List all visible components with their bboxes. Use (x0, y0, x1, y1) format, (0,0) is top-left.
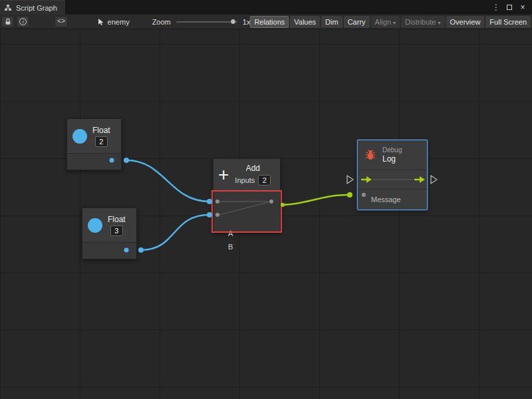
wire-start-add-out[interactable] (281, 203, 285, 207)
add-input-b-label: B (228, 243, 233, 251)
carry-button[interactable]: Carry (344, 16, 370, 28)
graph-toolbar: i <> enemy Zoom 1x Relations Values Dim … (0, 15, 532, 29)
add-header: + Add Inputs 2 (213, 159, 280, 191)
wire-end-float1[interactable] (124, 158, 129, 163)
wire-end-debug-message[interactable] (347, 192, 352, 198)
debug-header: Debug Log (358, 140, 427, 170)
float2-body: Float 3 (82, 208, 136, 242)
wire-end-add-b[interactable] (207, 212, 212, 217)
overview-button[interactable]: Overview (446, 16, 485, 28)
bug-icon (364, 149, 376, 161)
graph-canvas[interactable]: Float 2 Float 3 + Add Inputs 2 (0, 29, 532, 399)
graph-target[interactable]: enemy (97, 18, 130, 26)
float1-title: Float (92, 126, 110, 135)
add-title: Add (246, 164, 260, 173)
add-node[interactable]: + Add Inputs 2 A B (213, 158, 281, 233)
lock-icon (4, 18, 12, 26)
zoom-slider-thumb[interactable] (230, 19, 236, 25)
title-bar: Script Graph ⋮ × (0, 0, 532, 15)
debug-message-row: Message (358, 189, 427, 209)
fullscreen-button[interactable]: Full Screen (485, 16, 531, 28)
wire-float2-to-add-b[interactable] (141, 215, 209, 250)
float2-value-field[interactable]: 3 (110, 225, 123, 236)
lock-button[interactable] (1, 16, 14, 27)
float2-title: Float (108, 215, 126, 224)
debug-category: Debug (382, 146, 402, 154)
dim-button[interactable]: Dim (321, 16, 342, 28)
float2-value-port-icon[interactable] (88, 218, 102, 233)
align-label: Align (375, 18, 391, 26)
distribute-label: Distribute (405, 18, 436, 26)
distribute-button[interactable]: Distribute▾ (401, 16, 444, 28)
relations-button[interactable]: Relations (250, 16, 289, 28)
debug-title: Log (382, 154, 402, 164)
align-button[interactable]: Align▾ (371, 16, 400, 28)
tab-script-graph[interactable]: Script Graph (0, 0, 65, 15)
close-icon[interactable]: × (517, 3, 528, 12)
debug-flow-row (358, 170, 427, 189)
float1-output-row (67, 153, 121, 170)
target-name: enemy (108, 18, 130, 26)
values-button[interactable]: Values (290, 16, 320, 28)
flow-port-left-triangle-icon[interactable] (347, 176, 353, 184)
graph-icon (4, 4, 12, 12)
zoom-label: Zoom (152, 18, 171, 26)
maximize-icon[interactable] (504, 3, 515, 12)
menu-icon[interactable]: ⋮ (491, 3, 501, 12)
zoom-control: Zoom 1x (152, 18, 251, 26)
float-node-1[interactable]: Float 2 (66, 118, 122, 170)
code-icon: <> (57, 18, 65, 25)
zoom-slider[interactable] (176, 21, 237, 23)
float1-value-field[interactable]: 2 (95, 136, 108, 147)
debug-message-label: Message (371, 196, 401, 203)
window-controls: ⋮ × (491, 0, 532, 15)
wire-end-float2[interactable] (138, 247, 144, 253)
add-input-a-label: A (228, 229, 233, 237)
add-port-section: A B (213, 191, 280, 232)
add-inputs-label: Inputs (235, 176, 255, 184)
info-icon: i (19, 18, 27, 25)
float2-output-row (82, 242, 136, 259)
toolbar-buttons: Relations Values Dim Carry Align▾ Distri… (250, 16, 532, 28)
chevron-down-icon: ▾ (393, 20, 396, 26)
info-button[interactable]: i (17, 16, 29, 27)
zoom-value: 1x (243, 18, 251, 26)
wire-add-to-debug-message[interactable] (283, 195, 348, 205)
chevron-down-icon: ▾ (438, 20, 441, 26)
plus-icon: + (218, 166, 229, 184)
float1-value-port-icon[interactable] (72, 129, 87, 144)
float-node-2[interactable]: Float 3 (82, 207, 137, 259)
float1-body: Float 2 (67, 119, 121, 153)
cursor-icon (97, 18, 104, 26)
tab-title: Script Graph (16, 4, 57, 12)
add-inputs-count-field[interactable]: 2 (258, 175, 271, 186)
wire-float1-to-add-a[interactable] (126, 160, 209, 201)
code-preview-button[interactable]: <> (55, 16, 67, 27)
debug-log-node[interactable]: Debug Log Message (357, 140, 428, 210)
wire-end-add-a[interactable] (207, 199, 212, 204)
flow-port-right-triangle-icon[interactable] (431, 176, 437, 184)
